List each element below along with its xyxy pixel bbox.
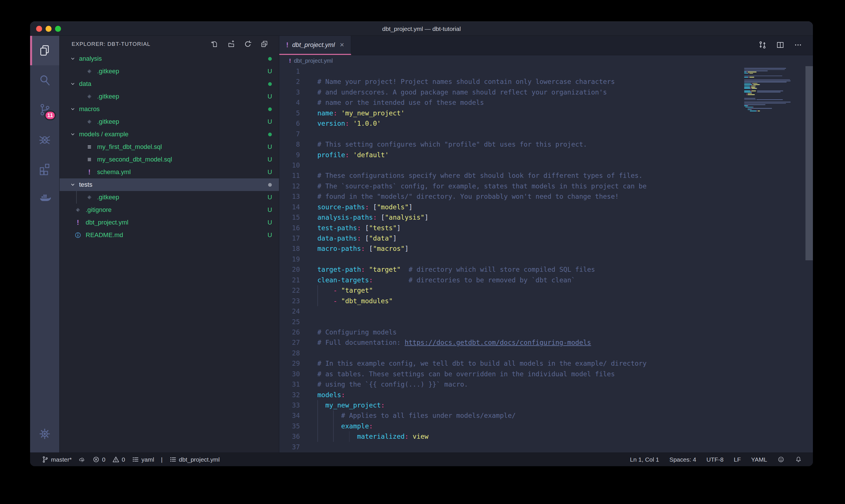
code-line-10[interactable]: 10 bbox=[279, 160, 813, 170]
status-warnings[interactable]: 0 bbox=[112, 456, 125, 463]
code-line-16[interactable]: 16test-paths: ["tests"] bbox=[279, 223, 813, 233]
code-line-4[interactable]: 4# name or the intended use of these mod… bbox=[279, 97, 813, 108]
activity-item-extensions[interactable] bbox=[30, 154, 59, 183]
tree-item--gitkeep[interactable]: .gitkeepU bbox=[59, 115, 279, 128]
code-line-34[interactable]: 34 # Applies to all files under models/e… bbox=[279, 410, 813, 421]
refresh-explorer-button[interactable] bbox=[244, 40, 252, 48]
code-lines: 12# Name your project! Project names sho… bbox=[279, 66, 813, 452]
activity-item-docker[interactable] bbox=[30, 183, 59, 213]
code-line-11[interactable]: 11# These configurations specify where d… bbox=[279, 170, 813, 181]
tree-item--gitignore[interactable]: .gitignoreU bbox=[59, 204, 279, 216]
status-linter-language[interactable]: yaml bbox=[132, 456, 154, 463]
tree-item-my-second-dbt-model-sql[interactable]: my_second_dbt_model.sqlU bbox=[59, 153, 279, 166]
code-line-15[interactable]: 15analysis-paths: ["analysis"] bbox=[279, 212, 813, 222]
tree-item-tests[interactable]: tests bbox=[59, 178, 279, 191]
code-line-7[interactable]: 7 bbox=[279, 129, 813, 139]
code-line-22[interactable]: 22 - "target" bbox=[279, 285, 813, 295]
code-line-37[interactable]: 37 bbox=[279, 442, 813, 452]
minimap-line bbox=[744, 69, 785, 70]
tree-item-analysis[interactable]: analysis bbox=[59, 52, 279, 65]
breadcrumb-file[interactable]: dbt_project.yml bbox=[294, 57, 333, 64]
code-editor[interactable]: 12# Name your project! Project names sho… bbox=[279, 66, 813, 452]
code-line-17[interactable]: 17data-paths: ["data"] bbox=[279, 233, 813, 244]
minimap-line bbox=[755, 86, 756, 87]
doc-link: https://docs.getdbt.com/docs/configuring… bbox=[405, 339, 591, 346]
breadcrumb[interactable]: ! dbt_project.yml bbox=[279, 55, 813, 66]
code-line-13[interactable]: 13# found in the "models/" directory. Yo… bbox=[279, 191, 813, 202]
tree-item-models-example[interactable]: models / example bbox=[59, 128, 279, 141]
code-line-30[interactable]: 30# as tables. These settings can be ove… bbox=[279, 369, 813, 379]
status-cursor-position-label: Ln 1, Col 1 bbox=[630, 456, 659, 463]
status-encoding[interactable]: UTF-8 bbox=[706, 456, 723, 463]
code-line-9[interactable]: 9profile: 'default' bbox=[279, 150, 813, 160]
code-line-18[interactable]: 18macro-paths: ["macros"] bbox=[279, 244, 813, 254]
code-line-23[interactable]: 23 - "dbt_modules" bbox=[279, 296, 813, 306]
status-eol-sequence[interactable]: LF bbox=[734, 456, 741, 463]
activity-item-source-control[interactable]: 11 bbox=[30, 95, 59, 124]
code-line-24[interactable]: 24 bbox=[279, 306, 813, 317]
code-line-26[interactable]: 26# Configuring models bbox=[279, 327, 813, 337]
collapse-folders-button[interactable] bbox=[260, 40, 269, 48]
line-number: 16 bbox=[279, 223, 300, 233]
code-line-25[interactable]: 25 bbox=[279, 317, 813, 327]
status-linter-file[interactable]: dbt_project.yml bbox=[169, 456, 220, 463]
activity-item-search[interactable] bbox=[30, 65, 59, 95]
minimap[interactable] bbox=[742, 66, 805, 452]
tree-item-my-first-dbt-model-sql[interactable]: my_first_dbt_model.sqlU bbox=[59, 141, 279, 153]
status-cursor-position[interactable]: Ln 1, Col 1 bbox=[630, 456, 659, 463]
code-line-20[interactable]: 20target-path: "target" # directory whic… bbox=[279, 264, 813, 275]
minimap-line bbox=[753, 107, 754, 108]
status-publish-changes[interactable] bbox=[78, 456, 86, 463]
tree-item-data[interactable]: data bbox=[59, 78, 279, 90]
tree-item--gitkeep[interactable]: .gitkeepU bbox=[59, 191, 279, 204]
line-number: 9 bbox=[279, 150, 300, 160]
code-line-21[interactable]: 21clean-targets: # directories to be rem… bbox=[279, 275, 813, 285]
code-line-36[interactable]: 36 materialized: view bbox=[279, 431, 813, 442]
status-errors[interactable]: 0 bbox=[92, 456, 105, 463]
scrollbar-thumb[interactable] bbox=[806, 66, 813, 260]
status-git-branch[interactable]: master* bbox=[41, 456, 72, 463]
code-token: : bbox=[405, 433, 409, 440]
code-line-2[interactable]: 2# Name your project! Project names shou… bbox=[279, 76, 813, 87]
code-line-19[interactable]: 19 bbox=[279, 254, 813, 264]
code-line-27[interactable]: 27# Full documentation: https://docs.get… bbox=[279, 337, 813, 348]
code-line-3[interactable]: 3# and underscores. A good package name … bbox=[279, 87, 813, 97]
code-line-35[interactable]: 35 example: bbox=[279, 421, 813, 431]
new-folder-button[interactable] bbox=[227, 40, 235, 48]
code-line-6[interactable]: 6version: '1.0.0' bbox=[279, 118, 813, 129]
git-status-dot bbox=[264, 57, 275, 61]
activity-item-manage[interactable] bbox=[30, 419, 59, 448]
code-token bbox=[317, 433, 357, 440]
code-line-8[interactable]: 8# This setting configures which "profil… bbox=[279, 139, 813, 149]
code-line-14[interactable]: 14source-paths: ["models"] bbox=[279, 202, 813, 212]
code-token: profile bbox=[317, 151, 345, 159]
tree-item-readme-md[interactable]: README.mdU bbox=[59, 229, 279, 241]
open-changes-button[interactable] bbox=[758, 40, 767, 50]
split-editor-button[interactable] bbox=[776, 40, 785, 50]
new-file-button[interactable] bbox=[210, 40, 219, 48]
status-bar: master*00yaml|dbt_project.yml Ln 1, Col … bbox=[30, 452, 813, 466]
status-feedback[interactable] bbox=[777, 456, 785, 463]
activity-item-run-debug[interactable] bbox=[30, 124, 59, 154]
code-line-31[interactable]: 31# using the `{{ config(...) }}` macro. bbox=[279, 379, 813, 390]
close-tab-icon[interactable]: × bbox=[340, 40, 344, 49]
status-language-mode[interactable]: YAML bbox=[751, 456, 767, 463]
tree-item-macros[interactable]: macros bbox=[59, 103, 279, 115]
tab-dbt-project-yml[interactable]: ! dbt_project.yml × bbox=[279, 36, 351, 55]
activity-item-explorer[interactable] bbox=[30, 36, 59, 65]
status-notifications[interactable] bbox=[795, 456, 802, 463]
more-actions-button[interactable] bbox=[793, 40, 803, 50]
code-line-28[interactable]: 28 bbox=[279, 348, 813, 358]
code-line-33[interactable]: 33 my_new_project: bbox=[279, 400, 813, 410]
status-linter-separator[interactable]: | bbox=[161, 456, 162, 463]
tree-item--gitkeep[interactable]: .gitkeepU bbox=[59, 90, 279, 103]
tree-item-schema-yml[interactable]: !schema.ymlU bbox=[59, 166, 279, 178]
code-line-32[interactable]: 32models: bbox=[279, 390, 813, 400]
tree-item-dbt-project-yml[interactable]: !dbt_project.ymlU bbox=[59, 216, 279, 229]
status-indentation[interactable]: Spaces: 4 bbox=[669, 456, 696, 463]
code-line-12[interactable]: 12# The `source-paths` config, for examp… bbox=[279, 181, 813, 191]
tree-item--gitkeep[interactable]: .gitkeepU bbox=[59, 65, 279, 78]
code-line-29[interactable]: 29# In this example config, we tell dbt … bbox=[279, 358, 813, 368]
code-line-1[interactable]: 1 bbox=[279, 66, 813, 76]
code-line-5[interactable]: 5name: 'my_new_project' bbox=[279, 108, 813, 118]
